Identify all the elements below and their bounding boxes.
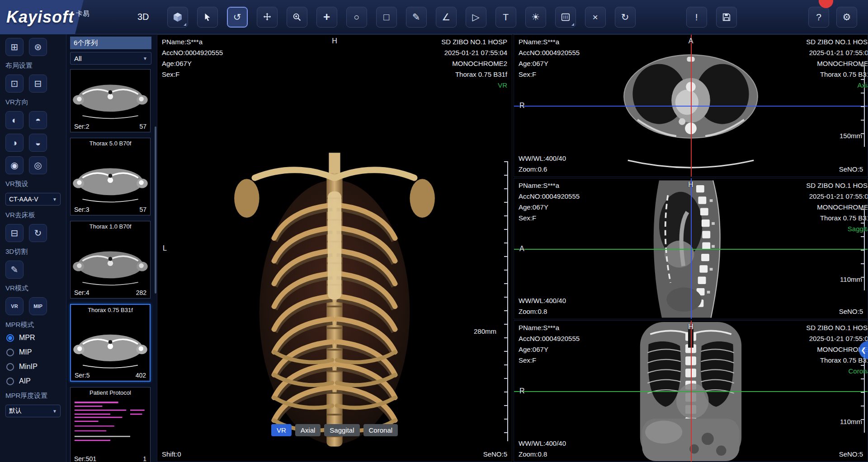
mip-badge: MIP: [33, 303, 42, 309]
mpr-radio-mpr[interactable]: MPR: [6, 334, 63, 342]
window-level-icon[interactable]: [555, 7, 576, 28]
thumbnail-title: Thorax 1.0 B70f: [71, 223, 150, 230]
thumbnail-series-number: Ser:2: [74, 123, 89, 130]
close-icon[interactable]: ×: [585, 7, 606, 28]
viewport-vr-main[interactable]: PName:S***a AccNO:0004920555 Age:067Y Se…: [157, 34, 512, 462]
cobb-glyph: ▷: [472, 12, 480, 23]
radio-selected-icon: [6, 334, 14, 342]
series-thumbnail-ser2[interactable]: Ser:2 57: [70, 69, 151, 132]
cut-3d-label: 3D切割: [5, 247, 63, 256]
settings-gear-icon[interactable]: ⚙: [836, 7, 857, 28]
pan-icon[interactable]: [257, 7, 278, 28]
zoom-value: Zoom:0.8: [519, 306, 566, 317]
bed-reset-icon[interactable]: ↻: [29, 224, 47, 242]
patient-accession: AccNO:0004920555: [519, 191, 580, 202]
layout-split-icon[interactable]: ⊟: [29, 75, 47, 93]
vr-orient-right-icon[interactable]: ◒: [29, 134, 47, 152]
patient-sex: Sex:F: [519, 213, 580, 224]
series-thumbnail-ser3[interactable]: Thorax 5.0 B70f Ser:3 57: [70, 138, 151, 215]
ellipse-roi-icon[interactable]: ○: [346, 7, 367, 28]
series-thumbnail-ser4[interactable]: Thorax 1.0 B70f Ser:4 282: [70, 221, 151, 299]
pointer-icon[interactable]: [197, 7, 218, 28]
radio-label: MPR: [19, 334, 35, 342]
scale-ruler: [504, 161, 508, 441]
app-logo: Kayisoft 卡易: [0, 0, 126, 34]
crosshair-vertical-line[interactable]: [691, 178, 692, 319]
layout-grid-icon[interactable]: ⊞: [5, 38, 24, 56]
crosshair-vertical-line[interactable]: [691, 35, 692, 177]
patient-info-overlay: PName:S***a AccNO:0004920555 Age:067Y Se…: [162, 37, 223, 80]
layout-quad-icon[interactable]: ⊡: [5, 75, 24, 93]
view-button-saggital[interactable]: Saggital: [324, 424, 359, 436]
crosshair-vertical-line[interactable]: [691, 321, 692, 462]
close-glyph: ×: [592, 12, 598, 23]
thumbnail-image-count: 57: [139, 206, 146, 213]
patient-sex: Sex:F: [519, 355, 580, 366]
cobb-angle-icon[interactable]: ▷: [466, 7, 486, 28]
text-annotation-icon[interactable]: T: [495, 7, 516, 28]
vr-preset-select[interactable]: CT-AAA-V ▼: [5, 193, 61, 205]
view-switch-buttons: VR Axial Saggital Coronal: [269, 424, 400, 436]
series-number-overlay: SeNO:5: [839, 306, 863, 317]
volume-3d-icon[interactable]: [167, 7, 188, 28]
vr-orient-top-icon[interactable]: ◉: [5, 156, 24, 174]
reset-icon[interactable]: ↻: [615, 7, 636, 28]
series-thumbnail-ser5-selected[interactable]: Thorax 0.75 B31f Ser:5 402: [70, 304, 151, 382]
hospital-name: SD ZIBO NO.1 HOSP: [441, 37, 507, 47]
patient-sex: Sex:F: [162, 69, 223, 80]
mpr-thickness-select[interactable]: 默认 ▼: [5, 405, 61, 417]
series-filter-value: All: [74, 55, 82, 62]
window-width-level: WW/WL:400/40: [519, 153, 566, 164]
vr-orient-bottom-icon[interactable]: ◎: [29, 156, 47, 174]
mpr-radio-minip[interactable]: MinIP: [6, 363, 63, 371]
patient-age: Age:067Y: [519, 344, 580, 355]
vr-mode-vr-icon[interactable]: VR: [5, 297, 24, 315]
hospital-name: SD ZIBO NO.1 HOSP: [806, 37, 868, 47]
vr-orient-front-icon[interactable]: ◐: [5, 111, 24, 129]
angle-icon[interactable]: ∠: [436, 7, 457, 28]
vr-preset-label: VR预设: [5, 180, 63, 188]
bed-removal-icon[interactable]: ⊟: [5, 224, 24, 242]
brightness-icon[interactable]: ☀: [525, 7, 546, 28]
orientation-marker-left: R: [519, 102, 525, 110]
protocol-thumbnail-image: [71, 387, 150, 462]
vr-orient-left-icon[interactable]: ◑: [5, 134, 24, 152]
view-button-axial[interactable]: Axial: [295, 424, 321, 436]
vr-badge: VR: [11, 303, 18, 309]
mpr-radio-mip[interactable]: MIP: [6, 348, 63, 356]
viewport-coronal[interactable]: PName:S***a AccNO:0004920555 Age:067Y Se…: [514, 320, 868, 462]
view-button-vr[interactable]: VR: [271, 424, 292, 436]
vr-bed-removal-label: VR去床板: [5, 211, 63, 219]
series-thumbnail-ser501[interactable]: Patient Protocol Ser:501 1: [70, 387, 151, 462]
viewport-axial[interactable]: PName:S***a AccNO:0004920555 Age:067Y Se…: [514, 34, 868, 177]
viewport-saggital[interactable]: PName:S***a AccNO:0004920555 Age:067Y Se…: [514, 178, 868, 319]
save-icon[interactable]: [716, 7, 737, 28]
patient-age: Age:067Y: [519, 202, 580, 213]
mpr-thickness-label: MPR厚度设置: [5, 392, 63, 400]
cut-pencil-icon[interactable]: ✎: [5, 261, 24, 279]
series-number-overlay: SeNO:5: [839, 449, 863, 460]
mpr-mode-label: MPR模式: [5, 321, 63, 329]
crosshair-icon[interactable]: +: [316, 7, 337, 28]
series-filter-select[interactable]: All ▼: [70, 52, 151, 65]
vr-mode-mip-icon[interactable]: MIP: [29, 297, 47, 315]
measure-pencil-icon[interactable]: ✎: [406, 7, 427, 28]
mpr-radio-aip[interactable]: AIP: [6, 377, 63, 385]
rotate-3d-icon[interactable]: ↺: [227, 7, 248, 28]
vr-orient-back-icon[interactable]: ◓: [29, 111, 47, 129]
series-scrollbar[interactable]: [155, 126, 156, 294]
patient-name: PName:S***a: [519, 322, 580, 333]
patient-accession: AccNO:0004920555: [519, 333, 580, 344]
layout-preset-icon[interactable]: ⊛: [29, 38, 47, 56]
layout-grid-glyph: ⊞: [11, 42, 19, 52]
zoom-in-icon[interactable]: [287, 7, 307, 28]
alert-icon[interactable]: !: [686, 7, 707, 28]
rect-roi-icon[interactable]: □: [376, 7, 397, 28]
help-icon[interactable]: ?: [808, 7, 829, 28]
vr-orient-glyph: ◓: [35, 115, 41, 126]
toolbar-right-group: ? ⚙: [808, 7, 864, 28]
window-info-overlay: WW/WL:400/40 Zoom:0.8: [519, 438, 566, 460]
photometric: MONOCHROME2: [441, 58, 507, 69]
orientation-marker-left: R: [519, 387, 525, 395]
view-button-coronal[interactable]: Coronal: [363, 424, 398, 436]
